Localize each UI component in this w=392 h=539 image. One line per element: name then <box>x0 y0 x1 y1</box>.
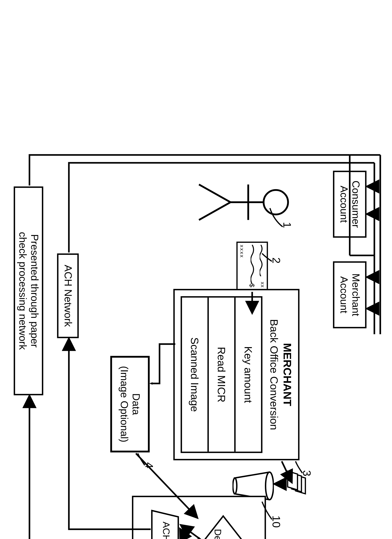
ach-network-label: ACH Network <box>62 265 74 327</box>
consumer-account-label: Consumer Account <box>338 181 362 228</box>
merchant-title: MERCHANT <box>281 296 294 453</box>
svg-point-0 <box>264 190 288 215</box>
merchant-box: MERCHANT Back Office Conversion Key amou… <box>174 289 300 460</box>
svg-line-4 <box>199 202 231 220</box>
merchant-step-scanned-image: Scanned Image <box>182 298 209 452</box>
ref-2: 2 <box>270 257 283 264</box>
consumer-icon <box>195 173 290 232</box>
ref-10: 10 <box>270 515 283 528</box>
svg-point-6 <box>233 478 237 494</box>
merchant-account-box: Merchant Account <box>333 261 367 328</box>
svg-marker-13 <box>149 382 153 385</box>
paper-network-label: Presented through paper check processing… <box>17 232 40 350</box>
check-currency: $ <box>248 284 256 287</box>
svg-point-5 <box>266 472 274 500</box>
data-box: Data (Image Optional) <box>110 356 150 452</box>
tppp-box: TPPP Items Decisioned ACH Non- ACH Image… <box>132 496 266 539</box>
ref-1: 1 <box>281 222 294 228</box>
ref-3: 3 <box>300 470 313 476</box>
merchant-account-label: Merchant Account <box>338 274 362 316</box>
svg-line-3 <box>199 185 231 202</box>
merchant-step-read-micr: Read MICR <box>209 298 236 452</box>
merchant-subtitle: Back Office Conversion <box>268 296 280 453</box>
data-line1: Data <box>130 393 142 415</box>
data-line2: (Image Optional) <box>118 366 130 442</box>
ach-output-label: ACH <box>161 509 172 539</box>
decision-label: Items Decisioned <box>213 529 234 539</box>
check-bottom: xxxx <box>239 245 245 258</box>
merchant-step-key-amount: Key amount <box>236 298 261 452</box>
check-icon: xx $ xxxx <box>237 242 268 291</box>
paper-network-box: Presented through paper check processing… <box>14 187 43 395</box>
ach-output: ACH <box>150 509 180 539</box>
decision-diamond: Items Decisioned <box>194 515 253 539</box>
ach-network-box: ACH Network <box>57 254 79 338</box>
ref-4: 4 <box>143 462 156 468</box>
merchant-steps: Key amount Read MICR Scanned Image <box>181 296 262 453</box>
check-topright: xx <box>260 282 266 288</box>
consumer-account-box: Consumer Account <box>333 171 367 238</box>
